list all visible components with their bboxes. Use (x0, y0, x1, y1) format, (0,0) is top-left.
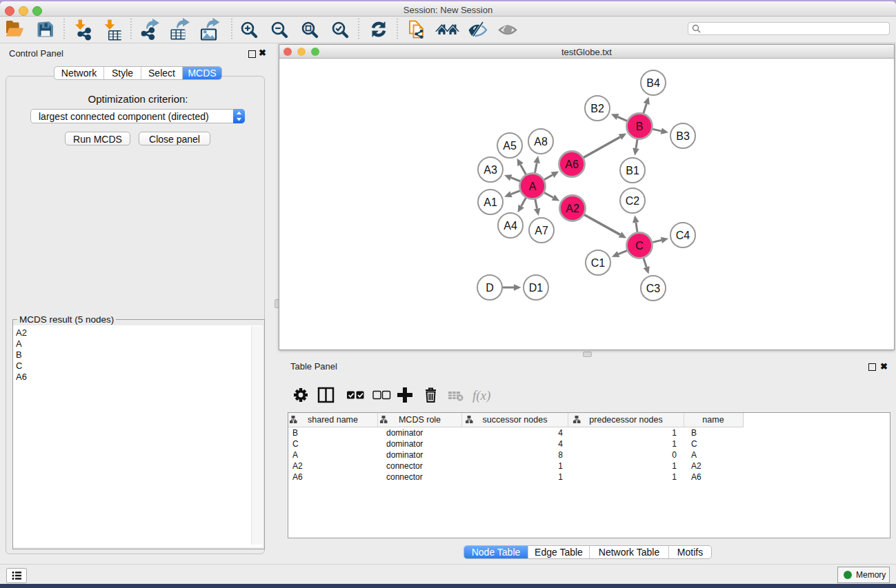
svg-text:D1: D1 (529, 282, 544, 294)
svg-text:f(x): f(x) (472, 388, 490, 403)
svg-text:A6: A6 (565, 159, 579, 170)
svg-text:B2: B2 (590, 103, 604, 114)
svg-text:A2: A2 (566, 203, 579, 214)
svg-text:B4: B4 (646, 77, 660, 89)
svg-text:A3: A3 (484, 164, 497, 176)
svg-text:C4: C4 (676, 230, 690, 241)
svg-text:B: B (636, 121, 644, 132)
svg-text:A5: A5 (503, 140, 517, 152)
svg-text:A1: A1 (484, 196, 497, 208)
svg-text:D: D (486, 282, 494, 294)
svg-text:C: C (635, 240, 644, 252)
svg-text:B1: B1 (626, 165, 639, 176)
svg-text:C3: C3 (646, 283, 661, 294)
svg-text:A4: A4 (504, 220, 517, 232)
svg-text:A7: A7 (535, 225, 548, 236)
svg-text:A8: A8 (534, 136, 548, 148)
svg-text:B3: B3 (676, 130, 690, 142)
svg-text:C2: C2 (626, 195, 640, 207)
svg-text:C1: C1 (591, 257, 606, 269)
svg-text:A: A (529, 181, 537, 192)
